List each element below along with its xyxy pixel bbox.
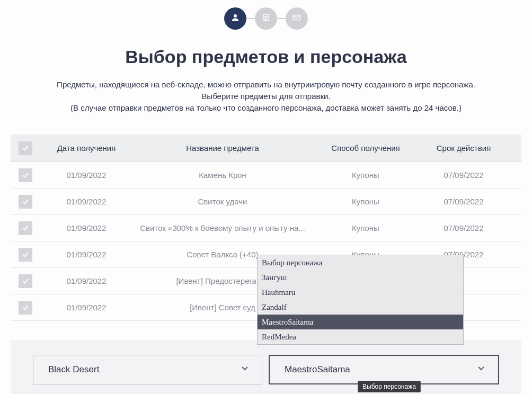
step-connector — [246, 18, 255, 19]
tooltip: Выбор персонажа — [358, 381, 421, 392]
cell-date: 01/09/2022 — [40, 276, 132, 285]
cell-date: 01/09/2022 — [40, 223, 132, 232]
table-header-row: Дата получения Название предмета Способ … — [11, 135, 521, 162]
row-checkbox[interactable] — [19, 274, 32, 288]
dropdown-item[interactable]: RedMedea — [258, 329, 463, 344]
cell-method: Купоны — [313, 197, 419, 206]
desc-line-1: Предметы, находящиеся на веб-складе, мож… — [16, 79, 516, 91]
row-checkbox[interactable] — [19, 248, 32, 262]
game-select[interactable]: Black Desert — [33, 355, 262, 384]
table-row: 01/09/2022 Камень Крон Купоны 07/09/2022 — [11, 162, 521, 189]
cell-method: Купоны — [313, 223, 419, 232]
character-select-value: MaestroSaitama — [285, 364, 350, 375]
step-3-mail — [286, 7, 308, 30]
col-header-name: Название предмета — [132, 144, 313, 153]
cell-date: 01/09/2022 — [40, 303, 132, 312]
col-header-exp: Срок действия — [419, 144, 509, 153]
step-2-list — [255, 7, 277, 30]
dropdown-item[interactable]: Зангуш — [258, 270, 463, 285]
table-row: 01/09/2022 Свиток удачи Купоны 07/09/202… — [11, 189, 521, 215]
table-row: 01/09/2022 Свиток «300% к боевому опыту … — [11, 215, 521, 241]
list-icon — [261, 13, 271, 24]
mail-icon — [292, 13, 302, 24]
row-checkbox[interactable] — [19, 168, 32, 182]
progress-stepper — [11, 5, 521, 39]
cell-exp: 07/09/2022 — [419, 171, 509, 180]
cell-name: Свиток удачи — [132, 197, 313, 206]
cell-name: Свиток «300% к боевому опыту и опыту на.… — [132, 223, 313, 232]
cell-name: Камень Крон — [132, 171, 313, 180]
dropdown-header[interactable]: Выбор персонажа — [258, 255, 463, 270]
desc-line-3: (В случае отправки предметов на только ч… — [16, 102, 516, 114]
svg-point-0 — [234, 14, 237, 17]
cell-date: 01/09/2022 — [40, 250, 132, 259]
dropdown-item[interactable]: MaestroSaitama — [258, 315, 463, 329]
page-description: Предметы, находящиеся на веб-складе, мож… — [11, 79, 521, 113]
selector-bar: Black Desert MaestroSaitama — [11, 340, 521, 394]
row-checkbox[interactable] — [19, 301, 32, 315]
game-select-value: Black Desert — [48, 364, 99, 375]
page-title: Выбор предметов и персонажа — [11, 47, 521, 67]
character-select[interactable]: MaestroSaitama — [269, 355, 499, 384]
col-header-date: Дата получения — [40, 144, 132, 153]
cell-exp: 07/09/2022 — [419, 197, 509, 206]
chevron-down-icon — [240, 363, 250, 377]
row-checkbox[interactable] — [19, 195, 32, 209]
step-1-user — [224, 7, 246, 30]
chevron-down-icon — [476, 363, 486, 377]
dropdown-item[interactable]: Zandalf — [258, 300, 463, 315]
cell-exp: 07/09/2022 — [419, 223, 509, 232]
col-header-method: Способ получения — [313, 144, 419, 153]
dropdown-item[interactable]: Hauhmaru — [258, 285, 463, 300]
character-dropdown[interactable]: Выбор персонажа Зангуш Hauhmaru Zandalf … — [257, 255, 464, 345]
cell-method: Купоны — [313, 171, 419, 180]
desc-line-2: Выберите предметы для отправки. — [16, 91, 516, 102]
cell-date: 01/09/2022 — [40, 171, 132, 180]
user-icon — [230, 13, 240, 24]
row-checkbox[interactable] — [19, 221, 32, 235]
step-connector — [277, 18, 286, 19]
select-all-checkbox[interactable] — [19, 141, 32, 155]
cell-date: 01/09/2022 — [40, 197, 132, 206]
